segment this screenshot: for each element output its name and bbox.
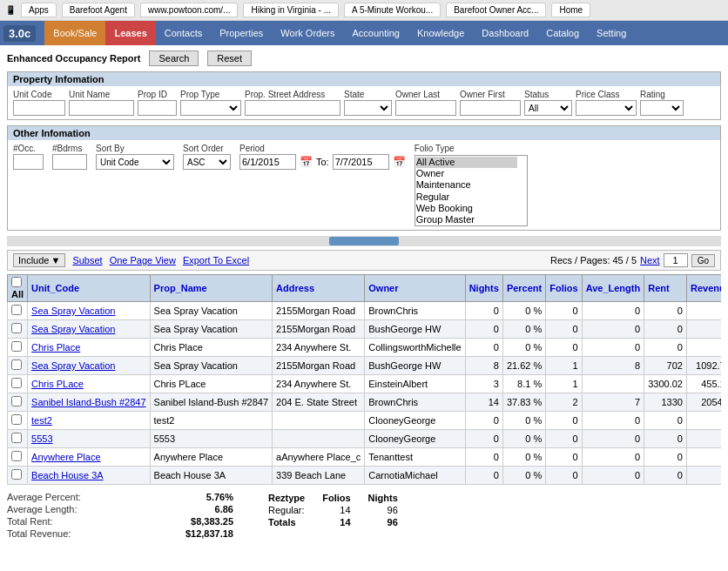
- unit-code-input[interactable]: [13, 100, 65, 116]
- unit-code-link[interactable]: 5553: [31, 433, 52, 444]
- page-number-input[interactable]: [664, 253, 688, 267]
- nav-book-sale[interactable]: Book/Sale: [44, 21, 105, 45]
- nav-setting[interactable]: Setting: [588, 21, 635, 45]
- horizontal-scrollbar[interactable]: [7, 236, 721, 246]
- browser-bar: 📱 Apps Barefoot Agent www.powtoon.com/..…: [0, 0, 728, 21]
- prop-street-input[interactable]: [245, 100, 340, 116]
- one-page-view-link[interactable]: One Page View: [110, 255, 176, 265]
- row-ave-length: 7: [582, 393, 644, 412]
- row-percent: 8.1 %: [502, 375, 545, 393]
- th-percent[interactable]: Percent: [502, 275, 545, 302]
- owner-first-input[interactable]: [460, 100, 521, 116]
- th-nights[interactable]: Nights: [465, 275, 502, 302]
- unit-code-link[interactable]: test2: [31, 415, 52, 426]
- sort-prop-name[interactable]: Prop_Name: [154, 283, 207, 293]
- tab-home[interactable]: Home: [551, 3, 590, 17]
- select-all-checkbox[interactable]: [11, 277, 22, 287]
- row-checkbox[interactable]: [11, 414, 22, 425]
- nav-accounting[interactable]: Accounting: [343, 21, 408, 45]
- unit-code-link[interactable]: Sea Spray Vacation: [31, 360, 115, 371]
- table-body: Sea Spray Vacation Sea Spray Vacation 21…: [8, 302, 722, 485]
- th-ave-length[interactable]: Ave_Length: [582, 275, 644, 302]
- unit-code-link[interactable]: Chris PLace: [31, 379, 84, 389]
- price-class-select[interactable]: [576, 100, 637, 116]
- row-checkbox[interactable]: [11, 378, 22, 388]
- prop-id-input[interactable]: [138, 100, 177, 116]
- include-button[interactable]: Include ▼: [13, 253, 65, 267]
- row-checkbox[interactable]: [11, 469, 22, 480]
- export-to-excel-link[interactable]: Export To Excel: [183, 255, 249, 265]
- prop-type-select[interactable]: [180, 100, 241, 116]
- nav-work-orders[interactable]: Work Orders: [272, 21, 343, 45]
- occ-input[interactable]: [13, 154, 44, 170]
- tab-barefoot-agent[interactable]: Barefoot Agent: [62, 3, 135, 17]
- total-rent-row: Total Rent: $8,383.25: [7, 516, 233, 527]
- search-button[interactable]: Search: [149, 50, 199, 66]
- nav-leases[interactable]: Leases: [105, 21, 155, 45]
- unit-code-link[interactable]: Anywhere Place: [31, 452, 101, 462]
- period-calendar-icon[interactable]: 📅: [300, 156, 313, 168]
- reset-button[interactable]: Reset: [207, 50, 252, 66]
- th-prop-name[interactable]: Prop_Name: [150, 275, 272, 302]
- owner-last-input[interactable]: [395, 100, 456, 116]
- tab-powtoon[interactable]: www.powtoon.com/...: [140, 3, 238, 17]
- row-checkbox[interactable]: [11, 359, 22, 370]
- occ-label: #Occ.: [13, 144, 44, 153]
- row-owner: BrownChris: [365, 302, 465, 320]
- sort-by-select[interactable]: Unit Code: [96, 154, 174, 170]
- sort-percent[interactable]: Percent: [507, 283, 542, 293]
- sort-address[interactable]: Address: [276, 283, 314, 293]
- row-checkbox[interactable]: [11, 396, 22, 406]
- row-checkbox[interactable]: [11, 323, 22, 333]
- status-select[interactable]: All: [524, 100, 572, 116]
- nav-properties[interactable]: Properties: [211, 21, 272, 45]
- scroll-thumb[interactable]: [329, 237, 399, 245]
- unit-name-input[interactable]: [69, 100, 134, 116]
- nav-catalog[interactable]: Catalog: [537, 21, 588, 45]
- th-address[interactable]: Address: [273, 275, 365, 302]
- row-checkbox[interactable]: [11, 341, 22, 352]
- tab-hiking[interactable]: Hiking in Virginia - ...: [243, 3, 339, 17]
- avg-length-value: 6.86: [164, 504, 233, 514]
- nav-contacts[interactable]: Contacts: [156, 21, 211, 45]
- folio-type-listbox[interactable]: All Active Owner Maintenance Regular Web…: [415, 155, 528, 226]
- row-checkbox[interactable]: [11, 305, 22, 315]
- nav-knowledge[interactable]: Knowledge: [408, 21, 473, 45]
- th-owner[interactable]: Owner: [365, 275, 465, 302]
- th-folios[interactable]: Folios: [546, 275, 582, 302]
- sort-revenue[interactable]: Revenue: [691, 283, 721, 293]
- row-checkbox[interactable]: [11, 433, 22, 443]
- tab-workout[interactable]: A 5-Minute Workou...: [344, 3, 441, 17]
- rating-select[interactable]: [640, 100, 684, 116]
- sort-owner[interactable]: Owner: [368, 283, 398, 293]
- sort-order-select[interactable]: ASC: [183, 154, 231, 170]
- sort-folios[interactable]: Folios: [549, 283, 577, 293]
- unit-code-link[interactable]: Beach House 3A: [31, 470, 104, 480]
- period-to-input[interactable]: [333, 154, 389, 170]
- total-revenue-label: Total Revenue:: [7, 528, 71, 539]
- period-from-input[interactable]: [239, 154, 296, 170]
- tab-barefoot-owner[interactable]: Barefoot Owner Acc...: [446, 3, 546, 17]
- sort-nights[interactable]: Nights: [469, 283, 499, 293]
- nav-dashboard[interactable]: Dashboard: [473, 21, 537, 45]
- row-checkbox[interactable]: [11, 451, 22, 461]
- unit-code-link[interactable]: Chris Place: [31, 342, 80, 353]
- th-rent[interactable]: Rent: [644, 275, 687, 302]
- sort-ave-length[interactable]: Ave_Length: [586, 283, 641, 293]
- unit-code-link[interactable]: Sea Spray Vacation: [31, 324, 115, 334]
- th-revenue[interactable]: Revenue: [686, 275, 721, 302]
- state-select[interactable]: [344, 100, 392, 116]
- folio-type-select[interactable]: All Active Owner Maintenance Regular Web…: [415, 156, 518, 225]
- row-ave-length: 0: [582, 412, 644, 430]
- next-link[interactable]: Next: [640, 255, 660, 265]
- period-to-calendar-icon[interactable]: 📅: [393, 156, 406, 168]
- subset-link[interactable]: Subset: [72, 255, 102, 265]
- sort-unit-code[interactable]: Unit_Code: [31, 283, 79, 293]
- unit-code-link[interactable]: Sanibel Island-Bush #2847: [31, 397, 145, 407]
- sort-rent[interactable]: Rent: [648, 283, 669, 293]
- bdrms-input[interactable]: [52, 154, 87, 170]
- tab-apps[interactable]: Apps: [21, 3, 57, 17]
- go-button[interactable]: Go: [691, 254, 715, 267]
- unit-code-link[interactable]: Sea Spray Vacation: [31, 306, 115, 316]
- th-unit-code[interactable]: Unit_Code: [28, 275, 150, 302]
